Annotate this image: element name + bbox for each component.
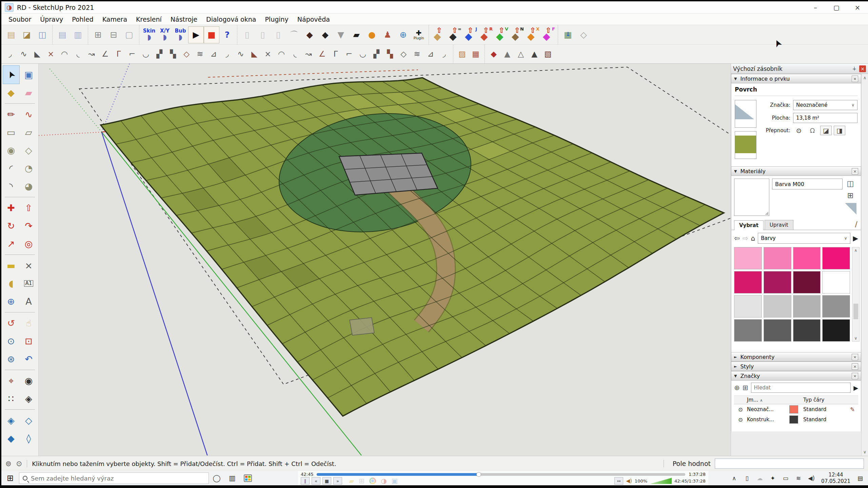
rectangle-tool[interactable]: ▭ [3, 123, 19, 141]
scale-tool[interactable]: ↗ [3, 235, 19, 253]
search-input[interactable] [31, 475, 205, 482]
sample-paint-icon[interactable]: ∕ [855, 220, 857, 228]
mesh-tool-31[interactable]: ≋ [410, 46, 424, 63]
tag-dropdown[interactable]: Neoznačené ∨ [793, 100, 857, 110]
open-file[interactable]: ◪ [19, 26, 35, 43]
push-pull-tool[interactable]: ⇧ [21, 199, 37, 217]
help-plugin[interactable]: ? [219, 26, 235, 43]
line-tool[interactable]: ✏ [3, 105, 19, 123]
hidden-icons-chevron[interactable]: ∧ [728, 471, 740, 485]
mesh-tool-26[interactable]: ⌐ [342, 46, 356, 63]
from-scratch-tool[interactable]: ▦ [469, 46, 482, 63]
new-file[interactable]: ▤ [3, 26, 19, 43]
column-line-type[interactable]: Typ čáry [803, 397, 847, 403]
xy-plugin[interactable]: X/Y◗ [157, 26, 173, 43]
forward-icon[interactable]: ⇨ [743, 234, 748, 242]
scrollbar-thumb[interactable] [853, 304, 858, 319]
color-swatch-2[interactable] [764, 247, 791, 269]
color-swatch-13[interactable] [734, 319, 762, 342]
tags-table-header[interactable]: Jm... ∧ Typ čáry [734, 395, 858, 404]
component-blank[interactable]: ▢ [121, 26, 137, 43]
mesh-tool-24[interactable]: ∠ [315, 46, 329, 63]
volume-slider[interactable] [650, 478, 672, 484]
start-button[interactable]: ⊞ [1, 471, 19, 485]
stop-button[interactable]: ■ [204, 26, 219, 43]
tag-row[interactable]: ⊙Neoznač...Standard✎ [734, 404, 858, 414]
mesh-tool-4[interactable]: × [44, 46, 58, 63]
back-material-swatch[interactable] [735, 131, 756, 159]
tag-row[interactable]: ⊙Konstruk...Standard [734, 414, 858, 425]
speaker-icon[interactable]: ◀) [626, 478, 632, 484]
layout-doc[interactable]: ▤ [55, 26, 70, 43]
wifi-icon[interactable]: ≋ [793, 471, 804, 485]
smart-arrow-n[interactable]: ◆⇧N [509, 26, 525, 43]
minimize-icon[interactable]: – [805, 1, 826, 14]
section-header-entity-info[interactable]: ▼ Informace o prvku × [731, 74, 861, 83]
menu-pluginy[interactable]: Pluginy [260, 14, 293, 24]
color-swatch-7[interactable] [793, 271, 821, 293]
tray-close-icon[interactable]: × [859, 65, 866, 72]
eye-icon[interactable]: ⊙ [734, 406, 747, 413]
polygon-gray-tool[interactable]: ◇ [576, 26, 591, 43]
quad-tool[interactable]: ▰ [349, 26, 364, 43]
action-center-icon[interactable]: ▤ [854, 471, 866, 485]
menu-kamera[interactable]: Kamera [98, 14, 132, 24]
store-icon[interactable] [240, 471, 256, 485]
add-tag-folder-icon[interactable]: ⊞ [743, 384, 748, 392]
make-component-tool[interactable]: ▣ [21, 66, 37, 84]
color-swatch-5[interactable] [734, 271, 762, 293]
onedrive-icon[interactable]: ☁ [754, 471, 766, 485]
flip-edge-tool[interactable]: ▧ [541, 46, 555, 63]
text-tool[interactable]: A1 [21, 274, 37, 292]
help-icon[interactable]: ⊙ [16, 460, 22, 468]
axes-move-tool[interactable]: × [21, 257, 37, 274]
play-button[interactable]: ▶ [188, 26, 204, 43]
home-icon[interactable]: ⌂ [751, 234, 755, 242]
from-contours-tool[interactable]: ▨ [455, 46, 469, 63]
chrome-icon[interactable] [369, 477, 376, 484]
details-icon[interactable]: ▶ [853, 234, 858, 242]
smart-arrow-v[interactable]: ◆⇧V [493, 26, 509, 43]
mesh-tool-15[interactable]: ≋ [193, 46, 207, 63]
mesh-tool-30[interactable]: ◇ [397, 46, 410, 63]
mesh-tool-18[interactable]: ∿ [234, 46, 248, 63]
bar-tool-2[interactable]: ▯ [255, 26, 271, 43]
arc-tool[interactable]: ◜ [3, 159, 19, 177]
protractor-tool[interactable]: ◖ [3, 274, 19, 292]
polygon-tool[interactable]: ◇ [21, 141, 37, 159]
battery-icon[interactable]: ▭ [780, 471, 791, 485]
tab-edit[interactable]: Upravit [765, 220, 793, 230]
mesh-tool-14[interactable]: ◇ [180, 46, 193, 63]
close-icon[interactable]: × [847, 1, 868, 14]
zoom-window-tool[interactable]: ⊡ [21, 332, 37, 350]
section-header-tags[interactable]: ▼ Značky × [731, 371, 861, 381]
mesh-tool-17[interactable]: ◞ [220, 46, 234, 63]
mesh-tool-32[interactable]: ⊿ [424, 46, 437, 63]
section-close-icon[interactable]: × [852, 76, 858, 82]
color-swatch-10[interactable] [764, 295, 791, 318]
eye-icon[interactable]: ⊙ [734, 416, 747, 423]
eraser-tool[interactable]: ▰ [21, 84, 37, 102]
mesh-tool-28[interactable]: ▞ [370, 46, 383, 63]
component-add[interactable]: ⊞ [90, 26, 106, 43]
color-swatch-11[interactable] [793, 295, 821, 318]
mesh-tool-29[interactable]: ▚ [383, 46, 397, 63]
tray-scrollbar[interactable]: ∧ ∨ [861, 74, 868, 456]
rotate-tool[interactable]: ↻ [3, 217, 19, 235]
skin-plugin[interactable]: Skin◗ [141, 26, 157, 43]
section-header-materials[interactable]: ▼ Materiály × [731, 166, 861, 176]
geolocate-icon[interactable]: ⊚ [5, 460, 12, 468]
color-swatch-14[interactable] [764, 319, 791, 342]
taskbar-search[interactable] [19, 472, 209, 484]
receive-shadows-toggle[interactable]: ◨ [834, 126, 845, 135]
hook-tool[interactable]: ⌒ [286, 26, 302, 43]
previous-view-tool[interactable]: ↶ [21, 350, 37, 368]
mesh-tool-6[interactable]: ◟ [71, 46, 85, 63]
position-camera-tool[interactable]: ⌖ [3, 372, 19, 390]
mesh-tool-16[interactable]: ⊿ [207, 46, 220, 63]
mesh-tool-25[interactable]: Γ [329, 46, 342, 63]
mesh-tool-3[interactable]: ◣ [31, 46, 44, 63]
rotated-rectangle-tool[interactable]: ▱ [21, 123, 37, 141]
smart-arrow-j[interactable]: ◆⇧J [462, 26, 478, 43]
smart-arrow-plain[interactable]: ◆⇧ [431, 26, 447, 43]
